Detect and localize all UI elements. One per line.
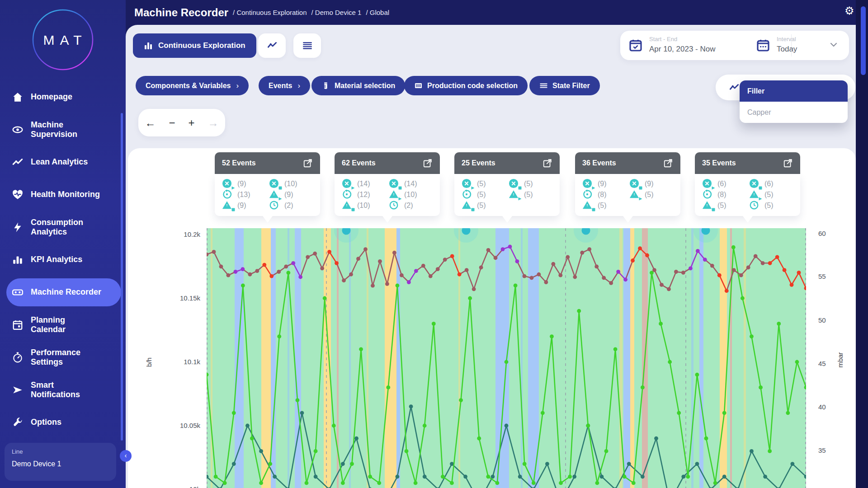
chevron-right-icon: › bbox=[297, 81, 300, 90]
zoom-out-button[interactable]: − bbox=[169, 117, 175, 129]
event-count: (6) bbox=[764, 180, 774, 188]
event-count-row: (9) bbox=[582, 178, 629, 189]
external-link-icon[interactable] bbox=[542, 158, 552, 168]
y-right-tick: 50 bbox=[818, 316, 826, 324]
pan-left-button[interactable]: ← bbox=[145, 117, 156, 129]
sidebar-item-planning-calendar[interactable]: Planning Calendar bbox=[0, 309, 126, 341]
event-count: (5) bbox=[524, 180, 533, 188]
chip-state-filter[interactable]: State Filter bbox=[529, 76, 600, 95]
sidebar-item-label: Options bbox=[31, 418, 61, 427]
history-event-icon bbox=[342, 189, 355, 200]
dropdown-option-filler[interactable]: Filler bbox=[740, 80, 848, 102]
history-event-icon bbox=[222, 189, 236, 200]
list-view-button[interactable] bbox=[293, 33, 321, 58]
sidebar-item-kpi-analytics[interactable]: KPI Analytics bbox=[0, 244, 126, 276]
event-count-row: (10) bbox=[342, 200, 389, 211]
hamburger-icon bbox=[539, 81, 548, 90]
circle-x-event-icon bbox=[462, 178, 475, 189]
line-chart-icon bbox=[266, 40, 278, 52]
event-count: (5) bbox=[717, 202, 726, 210]
sidebar: MAT Homepage Machine Supervision Lean An… bbox=[0, 0, 126, 488]
chip-production-code-selection[interactable]: Production code selection bbox=[404, 76, 528, 95]
external-link-icon[interactable] bbox=[663, 158, 673, 168]
chip-components-variables[interactable]: Components & Variables› bbox=[136, 76, 249, 95]
sidebar-item-homepage[interactable]: Homepage bbox=[0, 81, 126, 113]
event-count-row: (5) bbox=[462, 178, 509, 189]
sidebar-item-label: Lean Analytics bbox=[31, 157, 88, 167]
chart-nav-controls: ← − + → bbox=[138, 109, 225, 136]
history-event-icon bbox=[582, 189, 596, 200]
warning-event-icon bbox=[749, 189, 763, 200]
external-link-icon[interactable] bbox=[303, 158, 313, 168]
event-count-row: (12) bbox=[342, 189, 389, 200]
event-badge: 35 Events (6)(8)(5)(6)(5)(5) bbox=[695, 152, 800, 216]
circle-x-event-icon bbox=[749, 178, 763, 189]
tab-continuous-exploration[interactable]: Continuous Exploration bbox=[133, 33, 256, 58]
chip-material-selection[interactable]: Material selection bbox=[311, 76, 405, 95]
chip-events[interactable]: Events› bbox=[259, 76, 310, 95]
circle-x-event-icon bbox=[702, 178, 716, 189]
event-count-row: (14) bbox=[389, 178, 436, 189]
interval-value[interactable]: Today bbox=[777, 45, 797, 54]
menu-lines-icon bbox=[302, 40, 313, 52]
sidebar-item-machine-supervision[interactable]: Machine Supervision bbox=[0, 113, 126, 146]
breadcrumb-item-2[interactable]: / Global bbox=[366, 9, 389, 16]
event-count-column: (14)(10)(2) bbox=[389, 178, 436, 211]
event-count-column: (6)(5)(5) bbox=[749, 178, 796, 211]
chip-label: Production code selection bbox=[427, 82, 518, 90]
chart-plot-area[interactable] bbox=[207, 228, 806, 488]
sidebar-item-performance-settings[interactable]: Performance Settings bbox=[0, 341, 126, 374]
sidebar-item-consumption-analytics[interactable]: Consumption Analytics bbox=[0, 211, 126, 244]
event-count-column: (9)(8)(5) bbox=[582, 178, 629, 211]
breadcrumb-item-0[interactable]: / Continuous Exploration bbox=[233, 9, 307, 16]
event-badge-tail bbox=[623, 216, 633, 223]
event-count: (2) bbox=[284, 202, 293, 210]
bar-chart-icon bbox=[144, 41, 153, 50]
y-axis-left-unit: b/h bbox=[145, 357, 153, 367]
bars-icon bbox=[12, 254, 24, 266]
dropdown-option-capper[interactable]: Capper bbox=[740, 102, 848, 123]
event-count-row: (9) bbox=[629, 178, 676, 189]
sidebar-item-machine-recorder[interactable]: Machine Recorder bbox=[0, 276, 126, 309]
chevron-down-icon[interactable] bbox=[830, 42, 837, 47]
settings-gear-icon[interactable]: ⚙ bbox=[844, 5, 857, 17]
event-count-row: (9) bbox=[222, 200, 269, 211]
main-content: Continuous Exploration bbox=[126, 25, 856, 488]
calendar-interval-icon bbox=[756, 38, 770, 52]
pan-right-button[interactable]: → bbox=[208, 117, 218, 129]
line-chart-view-button[interactable] bbox=[258, 33, 286, 58]
event-count: (5) bbox=[764, 191, 774, 199]
sidebar-item-lean-analytics[interactable]: Lean Analytics bbox=[0, 146, 126, 178]
event-count: (9) bbox=[237, 202, 246, 210]
event-count-row: (10) bbox=[269, 178, 316, 189]
interval-label: Interval bbox=[777, 36, 796, 42]
barcode-icon bbox=[414, 81, 423, 90]
sidebar-item-health-monitoring[interactable]: Health Monitoring bbox=[0, 178, 126, 211]
external-link-icon[interactable] bbox=[423, 158, 433, 168]
y-left-tick: 10k bbox=[169, 485, 200, 488]
start-end-value[interactable]: Apr 10, 2023 - Now bbox=[649, 45, 715, 54]
event-badge-header: 25 Events bbox=[454, 152, 560, 174]
circle-x-event-icon bbox=[582, 178, 596, 189]
event-count-row: (13) bbox=[222, 189, 269, 200]
tab-label: Continuous Exploration bbox=[158, 41, 245, 50]
device-card: Line Demo Device 1 bbox=[5, 443, 116, 481]
device-line-label: Line bbox=[12, 448, 23, 455]
sidebar-item-smart-notifications[interactable]: Smart Notifications bbox=[0, 374, 126, 406]
event-badge-header: 62 Events bbox=[335, 152, 440, 174]
sidebar-collapse-button[interactable]: ‹ bbox=[120, 450, 132, 462]
y-left-tick: 10.05k bbox=[169, 422, 200, 429]
breadcrumb-item-1[interactable]: / Demo Device 1 bbox=[311, 9, 362, 16]
warning-event-icon bbox=[702, 200, 716, 211]
event-count-row: (5) bbox=[749, 189, 796, 200]
page-scrollbar-thumb[interactable] bbox=[861, 6, 866, 75]
event-count-row: (5) bbox=[462, 189, 509, 200]
zoom-in-button[interactable]: + bbox=[188, 117, 194, 129]
sidebar-item-options[interactable]: Options bbox=[0, 406, 126, 439]
event-badge-title: 36 Events bbox=[582, 159, 616, 167]
chip-label: Events bbox=[269, 82, 292, 90]
sidebar-scrollbar-thumb[interactable] bbox=[121, 113, 123, 441]
y-right-tick: 60 bbox=[818, 230, 826, 237]
event-count: (14) bbox=[404, 180, 417, 188]
external-link-icon[interactable] bbox=[783, 158, 793, 168]
